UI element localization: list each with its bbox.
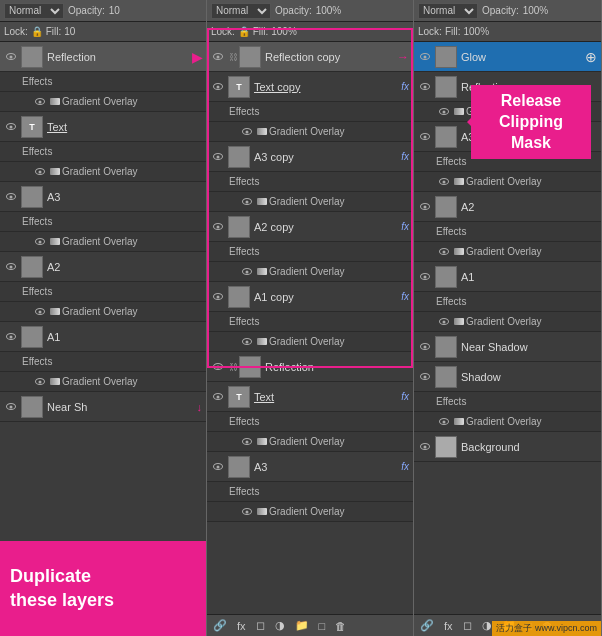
layer-row[interactable]: T Text [0, 112, 206, 142]
eye-icon-sub[interactable] [35, 376, 47, 388]
delete-layer-btn[interactable]: 🗑 [333, 619, 348, 633]
gradient-icon [454, 178, 464, 185]
layer-row[interactable]: T Text fx [207, 382, 413, 412]
layer-row[interactable]: A1 copy fx [207, 282, 413, 312]
eye-icon[interactable] [418, 270, 432, 284]
add-mask-btn[interactable]: ◻ [461, 618, 474, 633]
eye-icon[interactable] [211, 50, 225, 64]
eye-icon[interactable] [211, 460, 225, 474]
eye-icon-sub[interactable] [242, 266, 254, 278]
eye-icon[interactable] [4, 190, 18, 204]
layer-row[interactable]: ⛓ Reflection copy → [207, 42, 413, 72]
layer-row[interactable]: A3 fx [207, 452, 413, 482]
layer-row[interactable]: Near Sh ↓ [0, 392, 206, 422]
eye-icon-sub[interactable] [35, 306, 47, 318]
new-group-btn[interactable]: 📁 [293, 618, 311, 633]
mid-blend-mode[interactable]: Normal [211, 3, 271, 19]
eye-icon[interactable] [4, 120, 18, 134]
sub-layer: Effects [0, 142, 206, 162]
layer-row-shadow[interactable]: Shadow [414, 362, 601, 392]
eye-icon[interactable] [418, 130, 432, 144]
eye-icon[interactable] [211, 80, 225, 94]
eye-icon-sub[interactable] [439, 106, 451, 118]
main-container: Normal Opacity: 10 Lock: 🔒 Fill: 10 Refl… [0, 0, 602, 636]
sub-layer-gradient: Gradient Overlay [0, 372, 206, 392]
gradient-icon [257, 198, 267, 205]
layer-row[interactable]: A1 [0, 322, 206, 352]
layer-row[interactable]: ⛓ Reflection [207, 352, 413, 382]
eye-icon[interactable] [4, 260, 18, 274]
layer-row-near-shadow[interactable]: Near Shadow [414, 332, 601, 362]
layer-row[interactable]: A2 [0, 252, 206, 282]
eye-icon-sub[interactable] [439, 246, 451, 258]
add-style-btn[interactable]: fx [235, 619, 248, 633]
layer-row[interactable]: T Text copy fx [207, 72, 413, 102]
layer-row[interactable]: A2 copy fx [207, 212, 413, 242]
eye-icon-sub[interactable] [242, 196, 254, 208]
new-layer-btn[interactable]: □ [317, 619, 328, 633]
mid-layers-list[interactable]: ⛓ Reflection copy → T Text copy fx Effec… [207, 42, 413, 614]
right-opacity-label: Opacity: [482, 5, 519, 16]
right-blend-mode[interactable]: Normal [418, 3, 478, 19]
mid-lock-label: Lock: 🔒 [211, 26, 250, 37]
eye-icon[interactable] [4, 50, 18, 64]
eye-icon[interactable] [211, 150, 225, 164]
gradient-icon [50, 168, 60, 175]
pink-arrow-icon: ▶ [192, 49, 203, 65]
new-adjustment-btn[interactable]: ◑ [480, 618, 494, 633]
eye-icon-sub[interactable] [242, 506, 254, 518]
layer-row[interactable]: A3 copy fx [207, 142, 413, 172]
eye-icon-sub[interactable] [35, 96, 47, 108]
eye-icon-sub[interactable] [242, 126, 254, 138]
eye-icon-sub[interactable] [439, 416, 451, 428]
effects-label: Effects [22, 76, 52, 87]
layer-row[interactable]: A1 [414, 262, 601, 292]
eye-icon[interactable] [418, 340, 432, 354]
layer-thumb-glow [435, 46, 457, 68]
eye-icon[interactable] [418, 370, 432, 384]
eye-icon[interactable] [211, 360, 225, 374]
layer-row[interactable]: A2 [414, 192, 601, 222]
eye-icon[interactable] [211, 220, 225, 234]
layer-row[interactable]: A3 [0, 182, 206, 212]
eye-icon[interactable] [211, 390, 225, 404]
mid-opacity-val: 100% [316, 5, 342, 16]
eye-icon-sub[interactable] [35, 166, 47, 178]
eye-icon[interactable] [4, 400, 18, 414]
layer-thumb-text: T [228, 386, 250, 408]
left-blend-mode[interactable]: Normal [4, 3, 64, 19]
gradient-icon [257, 438, 267, 445]
layer-thumb [21, 46, 43, 68]
eye-icon-sub[interactable] [439, 316, 451, 328]
link-layers-btn[interactable]: 🔗 [418, 618, 436, 633]
eye-icon-sub[interactable] [242, 336, 254, 348]
left-layers-list[interactable]: Reflection ▶ Effects Gradient Overlay T … [0, 42, 206, 614]
eye-icon[interactable] [418, 200, 432, 214]
sub-layer-gradient: Gradient Overlay [207, 192, 413, 212]
left-panel-toolbar: Lock: 🔒 Fill: 10 [0, 22, 206, 42]
add-mask-btn[interactable]: ◻ [254, 618, 267, 633]
layer-name: Reflection [47, 51, 202, 63]
layer-row-glow[interactable]: Glow ⊕ [414, 42, 601, 72]
eye-icon[interactable] [418, 50, 432, 64]
eye-icon-sub[interactable] [242, 436, 254, 448]
eye-icon[interactable] [418, 440, 432, 454]
gradient-icon [50, 308, 60, 315]
gradient-icon [454, 248, 464, 255]
layer-row[interactable]: Reflection ▶ [0, 42, 206, 72]
eye-icon[interactable] [418, 80, 432, 94]
add-style-btn[interactable]: fx [442, 619, 455, 633]
layer-name: A1 [47, 331, 202, 343]
layer-row-background[interactable]: Background [414, 432, 601, 462]
eye-icon[interactable] [4, 330, 18, 344]
gradient-icon [50, 98, 60, 105]
eye-icon[interactable] [211, 290, 225, 304]
new-adjustment-btn[interactable]: ◑ [273, 618, 287, 633]
eye-icon-sub[interactable] [35, 236, 47, 248]
eye-icon-sub[interactable] [439, 176, 451, 188]
gradient-icon [257, 508, 267, 515]
link-layers-btn[interactable]: 🔗 [211, 618, 229, 633]
layer-name: Reflection copy [265, 51, 395, 63]
effects-label: Effects [22, 146, 52, 157]
left-lock-label: Lock: 🔒 [4, 26, 43, 37]
